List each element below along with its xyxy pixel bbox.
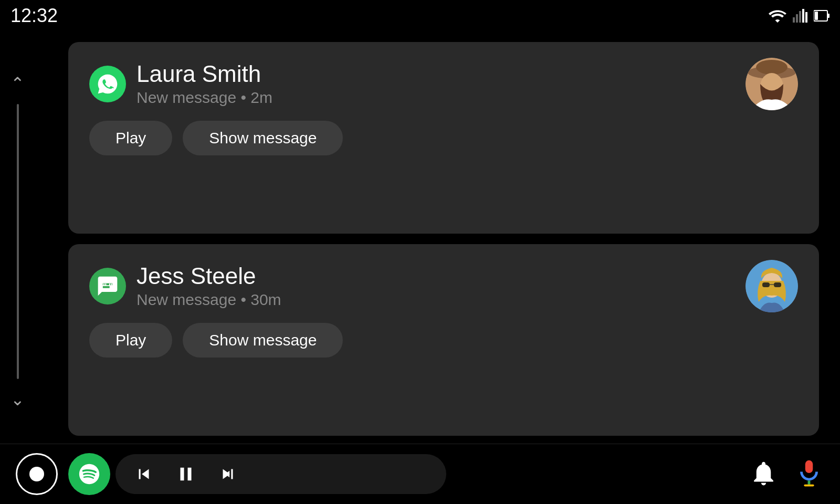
message-meta-2: New message • 30m <box>136 291 735 309</box>
mic-button[interactable] <box>794 458 824 490</box>
svg-rect-16 <box>804 485 814 487</box>
home-button[interactable] <box>16 453 58 495</box>
status-icons <box>769 9 830 23</box>
card-actions-2: Play Show message <box>89 323 798 358</box>
contact-info-1: Laura Smith New message • 2m <box>136 61 735 107</box>
bottom-right-icons <box>749 458 824 490</box>
signal-icon <box>793 9 807 23</box>
bell-button[interactable] <box>749 459 778 490</box>
next-button[interactable] <box>215 461 240 487</box>
spotify-icon[interactable] <box>68 453 110 495</box>
scroll-down-button[interactable]: ⌄ <box>10 390 25 410</box>
main-content: Laura Smith New message • 2m <box>68 37 819 441</box>
scroll-nav: ⌃ ⌄ <box>10 42 25 441</box>
svg-rect-14 <box>805 460 813 473</box>
scroll-track <box>17 104 19 379</box>
svg-point-5 <box>756 60 788 75</box>
svg-rect-15 <box>808 481 811 485</box>
prev-button[interactable] <box>131 461 156 487</box>
svg-text:": " <box>109 282 113 291</box>
contact-name-1: Laura Smith <box>136 61 735 87</box>
card-actions-1: Play Show message <box>89 121 798 155</box>
play-button-1[interactable]: Play <box>89 121 172 155</box>
card-header-1: Laura Smith New message • 2m <box>89 58 798 110</box>
contact-info-2: Jess Steele New message • 30m <box>136 264 735 309</box>
notification-card-1: Laura Smith New message • 2m <box>68 42 819 234</box>
wifi-icon <box>769 9 786 23</box>
avatar-2 <box>746 260 798 312</box>
svg-text:": " <box>103 282 107 291</box>
play-button-2[interactable]: Play <box>89 323 172 358</box>
message-meta-1: New message • 2m <box>136 89 735 107</box>
avatar-1 <box>746 58 798 110</box>
bottom-bar <box>0 444 840 504</box>
contact-name-2: Jess Steele <box>136 264 735 289</box>
status-time: 12:32 <box>10 5 58 27</box>
show-message-button-2[interactable]: Show message <box>183 323 343 358</box>
svg-rect-11 <box>762 282 770 287</box>
home-icon <box>29 467 44 481</box>
notification-card-2: " " Jess Steele New message • 30m <box>68 244 819 436</box>
card-header-2: " " Jess Steele New message • 30m <box>89 260 798 312</box>
player-controls <box>116 454 446 494</box>
whatsapp-icon <box>89 66 126 102</box>
media-player <box>68 453 446 495</box>
scroll-up-button[interactable]: ⌃ <box>10 74 25 93</box>
svg-rect-12 <box>774 282 781 287</box>
google-messages-icon: " " <box>89 268 126 304</box>
battery-icon <box>814 9 830 23</box>
pause-button[interactable] <box>172 460 200 488</box>
status-bar: 12:32 <box>0 0 840 32</box>
svg-rect-2 <box>815 12 818 20</box>
show-message-button-1[interactable]: Show message <box>183 121 343 155</box>
svg-rect-1 <box>827 14 830 18</box>
